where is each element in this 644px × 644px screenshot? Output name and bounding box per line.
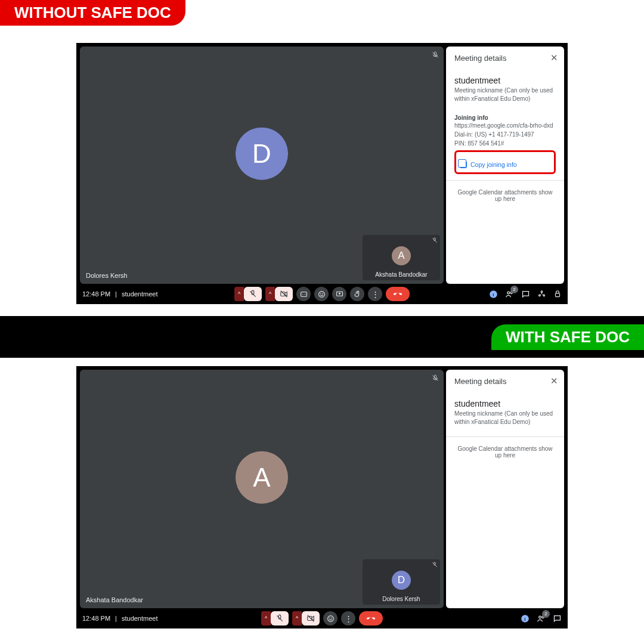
camera-toggle-button[interactable] [302,611,320,626]
separator: | [115,615,117,622]
mic-toggle-button[interactable] [244,287,262,301]
svg-rect-5 [301,292,306,296]
chat-button[interactable] [521,290,530,299]
join-url: https://meet.google.com/cfa-brho-dxd [454,121,556,130]
screenshot-without-safe-doc: D Dolores Kersh A Akshata Bandodkar Meet… [76,43,568,304]
self-view-tile[interactable]: A Akshata Bandodkar [363,235,440,280]
attachments-placeholder: Google Calendar attachments show up here [454,437,556,467]
tile-avatar: D [392,571,411,590]
main-avatar: A [236,451,288,504]
chat-button[interactable] [553,614,562,623]
activities-button[interactable] [537,290,546,299]
svg-text:i: i [524,616,525,621]
svg-line-2 [250,291,255,296]
camera-toggle-button[interactable] [275,287,293,301]
present-button[interactable] [332,287,346,301]
bottom-toolbar: 12:48 PM | studentmeet ^ ^ ⋮ i 2 [76,608,568,628]
bottom-toolbar: 12:48 PM | studentmeet ^ ^ ⋮ i 2 [76,284,568,304]
meeting-details-panel: Meeting details ✕ studentmeet Meeting ni… [446,370,564,608]
camera-button-group[interactable]: ^ [292,611,320,626]
more-options-button[interactable]: ⋮ [368,287,382,301]
more-options-button[interactable]: ⋮ [341,611,355,626]
leave-call-button[interactable] [386,287,410,301]
mic-muted-icon [432,562,438,568]
svg-point-6 [318,291,324,297]
people-count-badge: 2 [510,286,518,293]
chevron-up-icon: ^ [234,287,244,301]
people-button[interactable]: 2 [505,290,514,299]
meeting-name: studentmeet [454,399,556,408]
room-name: studentmeet [122,615,158,622]
close-panel-button[interactable]: ✕ [550,52,558,63]
clock-time: 12:48 PM [82,615,110,622]
tile-participant-name: Dolores Kersh [363,596,440,602]
svg-point-12 [507,292,510,294]
reactions-button[interactable] [314,287,329,301]
reactions-button[interactable] [323,611,338,626]
svg-line-1 [432,238,437,243]
captions-button[interactable] [296,287,311,301]
mic-toggle-button[interactable] [271,611,289,626]
mic-muted-icon [432,374,439,382]
copy-joining-info-button[interactable]: Copy joining info [457,158,553,171]
main-video-area: D Dolores Kersh A Akshata Bandodkar [80,47,444,284]
dial-in: Dial-in: (US) +1 417-719-1497 [454,130,556,139]
meeting-name: studentmeet [454,76,556,85]
svg-rect-17 [556,293,560,297]
raise-hand-button[interactable] [350,287,364,301]
copy-icon [460,161,467,168]
attachments-placeholder: Google Calendar attachments show up here [454,181,556,210]
tile-avatar: A [392,246,411,265]
svg-point-23 [327,615,333,621]
host-controls-button[interactable] [553,290,562,298]
meeting-info-button[interactable]: i [521,614,530,623]
main-participant-name: Dolores Kersh [86,272,128,279]
meeting-info-button[interactable]: i [489,290,498,299]
svg-point-25 [331,618,332,618]
chevron-up-icon: ^ [265,287,275,301]
main-avatar: D [236,128,288,180]
svg-point-8 [322,293,323,294]
pin: PIN: 857 564 541# [454,139,556,148]
separator: | [115,290,117,298]
banner-without-safe-doc: WITHOUT SAFE DOC [0,0,185,26]
svg-text:i: i [493,292,494,297]
panel-title: Meeting details [454,377,556,386]
people-count-badge: 2 [542,610,550,618]
room-name: studentmeet [122,290,158,298]
svg-point-7 [320,293,321,294]
svg-point-24 [329,618,330,618]
people-button[interactable]: 2 [537,614,546,623]
svg-point-14 [541,290,543,292]
screenshot-with-safe-doc: A Akshata Bandodkar D Dolores Kersh Meet… [76,366,568,628]
mic-muted-icon [432,51,439,58]
svg-line-19 [432,562,437,567]
close-panel-button[interactable]: ✕ [550,376,558,386]
banner-with-safe-doc: WITH SAFE DOC [491,324,644,350]
main-participant-name: Akshata Bandodkar [86,596,143,603]
camera-button-group[interactable]: ^ [265,287,293,301]
meeting-description: Meeting nickname (Can only be used withi… [454,410,556,426]
mic-button-group[interactable]: ^ [234,287,262,301]
svg-point-28 [539,616,541,618]
panel-title: Meeting details [454,54,556,63]
self-view-tile[interactable]: D Dolores Kersh [363,559,440,605]
mic-button-group[interactable]: ^ [261,611,289,626]
leave-call-button[interactable] [359,611,383,626]
chevron-up-icon: ^ [261,611,271,626]
joining-info-header: Joining info [454,114,556,121]
chevron-up-icon: ^ [292,611,302,626]
highlight-copy-joining-info: Copy joining info [454,150,556,174]
mic-muted-icon [432,237,438,243]
meeting-description: Meeting nickname (Can only be used withi… [454,86,556,103]
svg-line-20 [277,615,282,621]
main-video-area: A Akshata Bandodkar D Dolores Kersh [80,370,444,608]
meeting-details-panel: Meeting details ✕ studentmeet Meeting ni… [446,47,564,284]
copy-label: Copy joining info [470,161,517,168]
clock-time: 12:48 PM [82,290,110,298]
tile-participant-name: Akshata Bandodkar [363,271,440,278]
